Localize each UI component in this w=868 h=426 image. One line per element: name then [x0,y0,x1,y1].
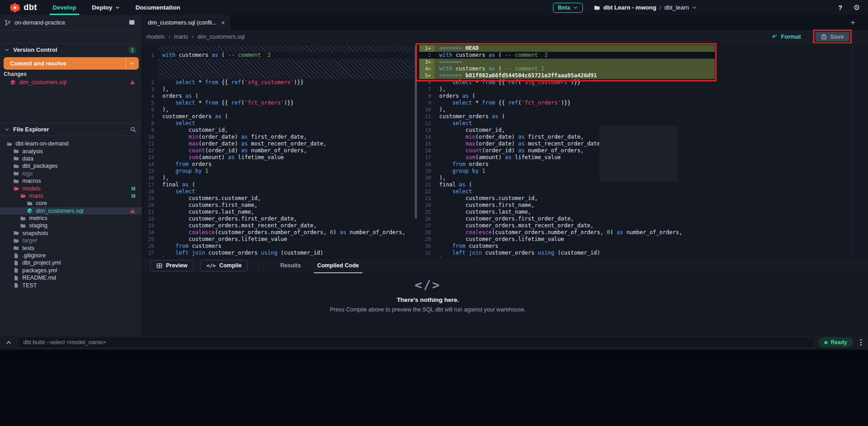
tree-item-.gitignore[interactable]: .gitignore [0,252,142,259]
code-line[interactable]: 22 customer_orders.first_order_date, [142,216,414,222]
tree-item-dbt-learn-on-demand[interactable]: dbt-learn-on-demand [0,140,142,147]
tree-item-dim_customers.sql[interactable]: dim_customers.sql [0,207,142,215]
code-line[interactable]: 27 left join customer_orders using (cust… [142,250,414,256]
tree-item-data[interactable]: data [0,155,142,162]
chevron-up-icon[interactable] [0,339,17,346]
code-line[interactable]: 7customer_orders as ( [142,113,414,120]
version-control-header[interactable]: Version Control 1 [0,43,142,56]
code-line[interactable]: 21final as ( [419,181,868,188]
code-line[interactable]: 3), [142,86,414,93]
tab-results[interactable]: Results [280,258,301,274]
code-line[interactable]: 9 customer_id, [142,127,414,134]
code-line[interactable]: 27 customer_orders.most_recent_order_dat… [419,222,868,229]
tree-item-target[interactable]: target [0,237,142,244]
code-line[interactable]: 11customer_orders as ( [419,113,868,120]
code-line[interactable]: 5 select * from {{ ref('fct_orders')}} [142,100,414,106]
nav-item-documentation[interactable]: Documentation [135,0,180,15]
code-line[interactable]: 13 sum(amount) as lifetime_value [142,154,414,161]
format-button[interactable]: Format [771,33,801,40]
code-line[interactable]: 26 from customers [142,243,414,250]
code-line[interactable]: 23 customers.customer_id, [419,195,868,202]
tree-item-tests[interactable]: tests [0,244,142,251]
code-line[interactable]: 10), [419,106,868,113]
preview-button[interactable]: Preview [150,260,194,271]
search-icon[interactable] [130,126,136,133]
tree-item-TEST[interactable]: TEST [0,281,142,289]
code-line[interactable]: 1with customers as ( -- comment 2 [142,52,414,59]
tree-item-metrics[interactable]: metrics [0,215,142,222]
tree-item-dbt_project.yml[interactable]: dbt_project.yml [0,259,142,266]
code-line[interactable]: 1+<<<<<<< HEAD [419,45,868,52]
code-line[interactable]: 22 select [419,188,868,195]
code-line[interactable]: 28 coalesce(customer_orders.number_of_or… [419,229,868,236]
tree-item-staging[interactable]: staging [0,222,142,229]
code-line[interactable]: 14 from orders [142,161,414,168]
code-line[interactable]: 3+======= [419,59,868,65]
code-line[interactable]: 30 from customers [419,243,868,250]
code-line[interactable]: 24 customers.first_name, [419,202,868,209]
code-line[interactable]: 12 count(order_id) as number_of_orders, [142,147,414,154]
code-line[interactable]: 6 select * from {{ ref('stg_customers')}… [419,79,868,86]
code-line[interactable]: 8 select [142,120,414,127]
commit-dropdown-caret[interactable] [125,58,138,69]
command-input[interactable] [17,337,814,348]
code-line[interactable]: 10 min(order_date) as first_order_date, [142,134,414,140]
code-line[interactable]: 21 customers.last_name, [142,209,414,216]
changed-file-row[interactable]: dim_customers.sql [0,78,142,86]
dbt-logo[interactable]: dbt [0,0,47,15]
tree-item-marts[interactable]: martsM [0,192,142,200]
tab-compiled-code[interactable]: Compiled Code [317,258,359,274]
code-line[interactable]: 5+>>>>>>> b81f802a66fd544504c65721e3ffaa… [419,72,868,79]
commit-and-resolve-button[interactable]: Commit and resolve [4,57,139,70]
code-line[interactable]: 18 select [142,188,414,195]
file-explorer-header[interactable]: File Explorer [0,123,142,136]
code-line[interactable]: 15 group by 1 [142,168,414,175]
code-line[interactable]: 20 customers.first_name, [142,202,414,209]
code-line[interactable]: 4+with customers as ( -- comment 1 [419,65,868,72]
code-line[interactable]: 25 customer_orders.lifetime_value [142,236,414,243]
tree-item-models[interactable]: modelsM [0,185,142,192]
nav-item-deploy[interactable]: Deploy [92,0,120,15]
help-icon[interactable]: ? [838,4,842,11]
code-line[interactable]: 4orders as ( [142,93,414,100]
code-line[interactable]: 26 customer_orders.first_order_date, [419,216,868,222]
new-tab-icon[interactable]: + [850,18,855,28]
editor-pane-local[interactable]: 1with customers as ( -- comment 22 selec… [142,43,414,257]
code-line[interactable]: 23 customer_orders.most_recent_order_dat… [142,222,414,229]
close-icon[interactable]: × [221,19,225,26]
gear-icon[interactable]: ⚙ [853,4,860,11]
code-line[interactable]: 11 max(order_date) as most_recent_order_… [142,140,414,147]
code-line[interactable]: 19 customers.customer_id, [142,195,414,202]
editor-tab[interactable]: dim_customers.sql (confli... × [142,15,231,30]
breadcrumb-item[interactable]: dim_customers.sql [197,34,245,40]
editor-scrollbar[interactable] [415,45,417,219]
tree-item-logs[interactable]: logs [0,170,142,177]
code-line[interactable]: 29 customer_orders.lifetime_value [419,236,868,243]
code-line[interactable]: 31 left join customer_orders using (cust… [419,250,868,256]
code-line[interactable]: 9 select * from {{ ref('fct_orders')}} [419,100,868,106]
breadcrumb-item[interactable]: marts [174,34,188,40]
docs-book-icon[interactable] [128,19,135,26]
code-line[interactable]: 8orders as ( [419,93,868,100]
code-line[interactable]: 6), [142,106,414,113]
code-line[interactable]: 2 select * from {{ ref('stg_customers')}… [142,79,414,86]
code-line[interactable]: 25 customers.last_name, [419,209,868,216]
code-line[interactable]: 16), [142,175,414,181]
tree-item-README.md[interactable]: README.md [0,274,142,281]
tree-item-core[interactable]: core [0,200,142,207]
code-line[interactable]: 24 coalesce(customer_orders.number_of_or… [142,229,414,236]
tree-item-analysis[interactable]: analysis [0,147,142,155]
breadcrumb-item[interactable]: models [146,34,165,40]
compile-button[interactable]: </> Compile [200,260,248,271]
kebab-menu-icon[interactable] [858,338,863,346]
tree-item-dbt_packages[interactable]: dbt_packages [0,162,142,170]
code-line[interactable]: 7), [419,86,868,93]
branch-row[interactable]: on-demand-practice [0,15,142,30]
tree-item-packages.yml[interactable]: packages.yml [0,267,142,274]
code-line[interactable]: 17final as ( [142,181,414,188]
beta-dropdown[interactable]: Beta [553,3,583,13]
code-line[interactable]: 2with customers as ( -- comment 2 [419,52,868,59]
nav-item-develop[interactable]: Develop [52,0,76,15]
tree-item-macros[interactable]: macros [0,177,142,185]
tree-item-snapshots[interactable]: snapshots [0,230,142,237]
